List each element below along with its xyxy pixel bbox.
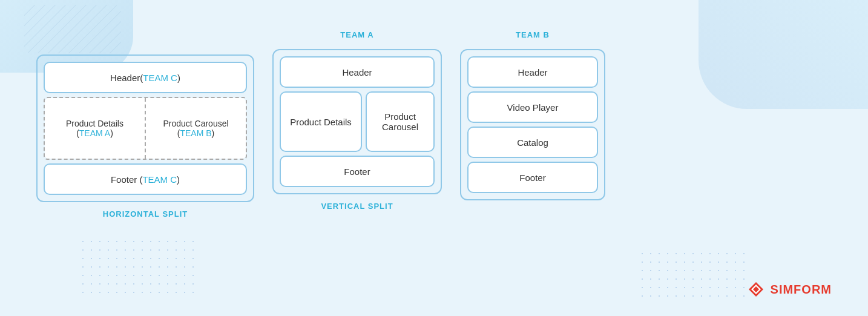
horizontal-split-section: Header(TEAM C) Product Details (TEAM A) … (36, 30, 254, 221)
team-b-catalog-text: Catalog (517, 137, 548, 148)
team-b-diagram: Header Video Player Catalog Footer (460, 49, 605, 200)
horiz-product-details-text: Product Details (TEAM A) (66, 119, 123, 138)
team-b-catalog-box: Catalog (467, 127, 598, 158)
simform-logo-icon (746, 280, 766, 299)
horiz-product-carousel-box: Product Carousel (TEAM B) (146, 98, 246, 159)
team-b-label: TEAM B (516, 30, 550, 39)
team-a-footer-text: Footer (344, 166, 370, 177)
horiz-middle-row: Product Details (TEAM A) Product Carouse… (44, 97, 247, 160)
horiz-pc-team: TEAM B (180, 128, 211, 138)
horiz-footer-text: Footer (TEAM C) (111, 174, 180, 185)
team-a-header-text: Header (342, 67, 372, 77)
simform-text: SIMFORM (771, 283, 832, 297)
team-a-footer-box: Footer (280, 156, 435, 187)
simform-logo: SIMFORM (746, 280, 832, 299)
team-a-label: TEAM A (340, 30, 373, 39)
team-b-header-text: Header (518, 67, 547, 77)
team-b-video-player-text: Video Player (507, 102, 559, 113)
horiz-footer-box: Footer (TEAM C) (44, 163, 247, 195)
team-a-middle-row: Product Details ProductCarousel (280, 91, 435, 152)
team-a-product-details-box: Product Details (280, 91, 362, 152)
horiz-header-text: Header(TEAM C) (110, 73, 180, 83)
main-container: Header(TEAM C) Product Details (TEAM A) … (0, 0, 868, 316)
horiz-product-details-box: Product Details (TEAM A) (45, 98, 146, 159)
horiz-pd-team: TEAM A (79, 128, 110, 138)
horiz-product-carousel-text: Product Carousel (TEAM B) (163, 119, 228, 138)
horizontal-split-diagram: Header(TEAM C) Product Details (TEAM A) … (36, 54, 254, 202)
team-b-header-box: Header (467, 56, 598, 88)
team-b-video-player-box: Video Player (467, 91, 598, 123)
team-a-product-carousel-text: ProductCarousel (382, 111, 418, 132)
team-b-footer-box: Footer (467, 162, 598, 193)
horiz-footer-team: TEAM C (142, 174, 177, 185)
team-a-diagram: Header Product Details ProductCarousel F… (272, 49, 442, 194)
team-b-footer-text: Footer (519, 173, 545, 183)
horiz-header-team: TEAM C (143, 73, 177, 83)
vertical-split-label: VERTICAL SPLIT (321, 202, 393, 211)
team-a-product-details-text: Product Details (290, 117, 352, 127)
horiz-header-box: Header(TEAM C) (44, 62, 247, 93)
team-a-header-box: Header (280, 56, 435, 88)
team-a-product-carousel-box: ProductCarousel (366, 91, 435, 152)
team-b-section: TEAM B Header Video Player Catalog Foote… (460, 30, 605, 200)
team-a-section: TEAM A Header Product Details ProductCar… (272, 30, 442, 213)
horizontal-split-label: HORIZONTAL SPLIT (103, 209, 188, 219)
